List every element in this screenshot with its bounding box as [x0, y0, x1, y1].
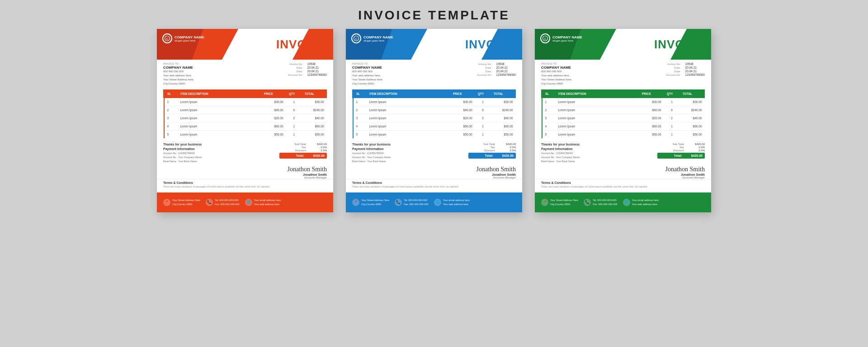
cell-desc: Lorem Ipsum [556, 131, 639, 139]
terms-area-blue: Terms & Conditions There are many variat… [346, 179, 522, 190]
invoice-footer-green: Thanks for your business Payment Informa… [535, 140, 711, 165]
table-body-red: 1Lorem Ipsum$30.001$30.002Lorem Ipsum$40… [164, 98, 327, 139]
cell-price: $20.00 [450, 114, 475, 122]
invoice-left-footer-green: Thanks for your business Payment Informa… [541, 143, 580, 163]
cell-sl: 1 [353, 98, 367, 106]
bottom-address-green: 📍 Your Street Address Here City,Country-… [541, 198, 578, 206]
logo-text-green: COMPANY NAME slogan goes here [552, 35, 582, 42]
phone-icon-green: 📞 [584, 199, 591, 206]
bottom-bar-red: 📍 Your Street Address Here City,Country-… [157, 192, 333, 212]
invoice-meta-green: INVOICE TO COMPANY NAME 000 000 000 000 … [535, 60, 711, 88]
cell-desc: Lorem Ipsum [178, 98, 261, 106]
cell-desc: Lorem Ipsum [556, 122, 639, 131]
cell-qty: 1 [286, 131, 302, 139]
th-sl-blue: SL [353, 90, 367, 98]
invoice-to-green: INVOICE TO COMPANY NAME 000 000 000 000 … [541, 62, 572, 86]
invoice-totals-green: Sub Total: $420.00 Tax: 2.0% Discount: 2… [657, 143, 705, 159]
invoice-header-blue: C COMPANY NAME slogan goes here INVOICE [346, 29, 522, 60]
invoice-table-wrapper-green: SL ITEM DESCRIPTION PRICE QTY TOTAL 1Lor… [535, 89, 711, 138]
th-desc-green: ITEM DESCRIPTION [556, 90, 639, 98]
invoice-footer-red: Thanks for your business Payment Informa… [157, 140, 333, 165]
th-total-green: TOTAL [680, 90, 705, 98]
table-row: 2Lorem Ipsum$40.006$240.00 [164, 106, 327, 114]
invoice-card-red: C COMPANY NAME slogan goes here INVOICE … [157, 29, 333, 212]
cell-qty: 6 [475, 106, 491, 114]
cell-desc: Lorem Ipsum [556, 98, 639, 106]
invoice-header-red: C COMPANY NAME slogan goes here INVOICE [157, 29, 333, 60]
cell-desc: Lorem Ipsum [178, 114, 261, 122]
cell-desc: Lorem Ipsum [367, 106, 450, 114]
total-final-blue: Total: $420.00 [468, 153, 516, 159]
terms-area-green: Terms & Conditions There are many variat… [535, 179, 711, 190]
cell-total: $50.00 [491, 131, 516, 139]
cell-qty: 1 [286, 98, 302, 106]
logo-icon-blue: C [351, 33, 361, 43]
table-row: 4Lorem Ipsum$60.001$60.00 [353, 122, 516, 131]
invoice-to-blue: INVOICE TO COMPANY NAME 000 000 000 000 … [352, 62, 383, 86]
cell-sl: 4 [542, 122, 556, 131]
bottom-address-red: 📍 Your Street Address Here City,Country-… [163, 198, 200, 206]
invoices-row: C COMPANY NAME slogan goes here INVOICE … [157, 29, 711, 212]
cell-sl: 5 [353, 131, 367, 139]
table-row: 2Lorem Ipsum$40.006$240.00 [353, 106, 516, 114]
bottom-contacts-blue: 📍 Your Street Address Here City,Country-… [352, 198, 470, 206]
cell-sl: 2 [542, 106, 556, 114]
cell-sl: 1 [164, 98, 178, 106]
cell-qty: 6 [664, 106, 680, 114]
table-row: 3Lorem Ipsum$20.002$40.00 [353, 114, 516, 122]
bottom-contacts-green: 📍 Your Street Address Here City,Country-… [541, 198, 659, 206]
invoice-header-green: C COMPANY NAME slogan goes here INVOICE [535, 29, 711, 60]
total-final-green: Total: $420.00 [657, 153, 705, 159]
total-final-red: Total: $420.00 [279, 153, 327, 159]
signature-area-blue: Jonathon Smith Jonathon Smith Accounts M… [346, 166, 522, 179]
th-sl-green: SL [542, 90, 556, 98]
invoice-card-blue: C COMPANY NAME slogan goes here INVOICE … [346, 29, 522, 212]
cell-price: $30.00 [450, 98, 475, 106]
cell-total: $40.00 [491, 114, 516, 122]
table-row: 5Lorem Ipsum$50.001$50.00 [164, 131, 327, 139]
bottom-email-blue: 🌐 Your email address here Your web addre… [434, 198, 470, 206]
page-title: INVOICE TEMPLATE [0, 8, 868, 23]
cell-qty: 2 [475, 114, 491, 122]
cell-sl: 4 [164, 122, 178, 131]
logo-icon-green: C [540, 33, 550, 43]
cell-sl: 5 [164, 131, 178, 139]
invoice-numbers-red: Invoice No : 19548 Date : 20.04.21 Date … [281, 62, 327, 86]
cell-total: $40.00 [302, 114, 327, 122]
cell-total: $30.00 [302, 98, 327, 106]
th-qty-red: QTY [286, 90, 302, 98]
bottom-phone-red: 📞 Tel: 000-000-000-000 Fax: 000-000-000-… [206, 198, 239, 206]
table-row: 2Lorem Ipsum$40.006$240.00 [542, 106, 705, 114]
phone-icon-red: 📞 [206, 199, 213, 206]
cell-sl: 4 [353, 122, 367, 131]
svg-text:C: C [166, 38, 169, 40]
invoice-table-wrapper-red: SL ITEM DESCRIPTION PRICE QTY TOTAL 1Lor… [157, 89, 333, 138]
cell-price: $60.00 [450, 122, 475, 131]
cell-qty: 1 [475, 131, 491, 139]
cell-qty: 2 [664, 114, 680, 122]
th-desc-red: ITEM DESCRIPTION [178, 90, 261, 98]
invoice-meta-blue: INVOICE TO COMPANY NAME 000 000 000 000 … [346, 60, 522, 88]
cell-sl: 3 [353, 114, 367, 122]
th-sl-red: SL [164, 90, 178, 98]
cell-total: $60.00 [491, 122, 516, 131]
logo-icon-red: C [162, 33, 172, 43]
table-row: 5Lorem Ipsum$50.001$50.00 [353, 131, 516, 139]
invoice-left-footer-red: Thanks for your business Payment Informa… [163, 143, 202, 163]
th-total-red: TOTAL [302, 90, 327, 98]
svg-text:C: C [544, 38, 547, 40]
terms-area-red: Terms & Conditions There are many variat… [157, 179, 333, 190]
cell-price: $40.00 [261, 106, 286, 114]
cell-qty: 2 [286, 114, 302, 122]
table-row: 5Lorem Ipsum$50.001$50.00 [542, 131, 705, 139]
email-icon-red: 🌐 [245, 199, 252, 206]
cell-qty: 1 [475, 98, 491, 106]
cell-price: $20.00 [261, 114, 286, 122]
cell-desc: Lorem Ipsum [556, 114, 639, 122]
cell-sl: 2 [164, 106, 178, 114]
th-price-red: PRICE [261, 90, 286, 98]
cell-qty: 1 [286, 122, 302, 131]
table-body-green: 1Lorem Ipsum$30.001$30.002Lorem Ipsum$40… [542, 98, 705, 139]
th-price-green: PRICE [639, 90, 664, 98]
th-qty-green: QTY [664, 90, 680, 98]
